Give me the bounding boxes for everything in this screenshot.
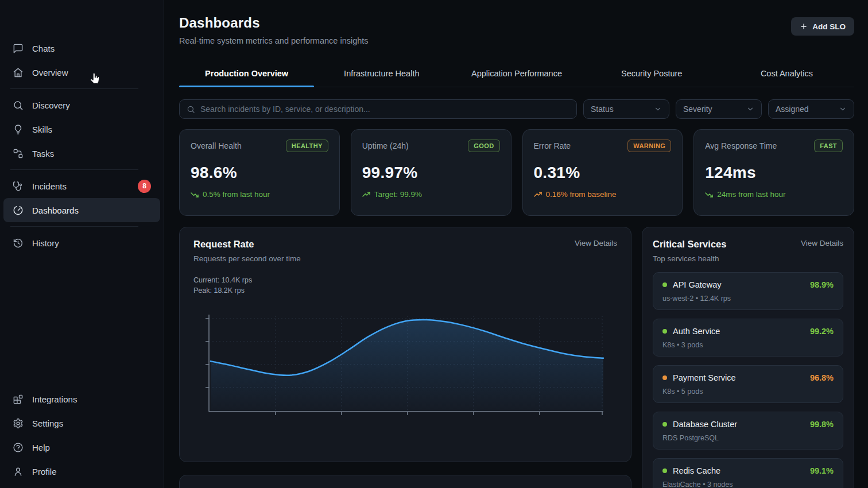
sidebar-item-discovery[interactable]: Discovery: [3, 93, 160, 117]
stethoscope-icon: [13, 181, 24, 192]
service-name: Redis Cache: [673, 466, 720, 475]
tab-infrastructure-health[interactable]: Infrastructure Health: [314, 62, 449, 87]
status-dot: [662, 422, 667, 427]
filter-row: Status Severity Assigned: [179, 99, 854, 119]
service-health-value: 96.8%: [810, 373, 834, 382]
chevron-down-icon: [746, 105, 754, 113]
service-row-redis-cache[interactable]: Redis Cache 99.1% ElastiCache • 3 nodes: [653, 458, 843, 488]
service-row-payment-service[interactable]: Payment Service 96.8% K8s • 5 pods: [653, 365, 843, 403]
sidebar-item-settings[interactable]: Settings: [3, 411, 160, 435]
page-title: Dashboards: [179, 15, 369, 31]
search-icon: [13, 100, 24, 111]
error-rate-trends-panel: Error Rate Trends View Details: [179, 475, 631, 488]
status-filter[interactable]: Status: [583, 99, 669, 119]
metric-value: 0.31%: [534, 164, 672, 182]
metric-label: Error Rate: [534, 141, 571, 150]
page-header: Dashboards Real-time system metrics and …: [179, 15, 854, 45]
metric-value: 99.97%: [362, 164, 500, 182]
chevron-down-icon: [654, 105, 662, 113]
sidebar-item-label: Integrations: [32, 394, 151, 404]
view-details-link[interactable]: View Details: [801, 239, 843, 247]
help-icon: [13, 442, 24, 453]
blocks-icon: [13, 394, 24, 405]
status-badge: WARNING: [627, 140, 671, 152]
service-name: Auth Service: [673, 327, 720, 336]
request-rate-chart: [200, 310, 606, 420]
service-row-api-gateway[interactable]: API Gateway 98.9% us-west-2 • 12.4K rps: [653, 272, 843, 310]
incidents-count-badge: 8: [138, 180, 151, 193]
status-dot: [662, 375, 667, 380]
user-icon: [13, 466, 24, 477]
sidebar-item-label: Dashboards: [32, 206, 151, 215]
app-root: Chats Overview Discovery Skills Ta: [0, 0, 868, 488]
sidebar-item-history[interactable]: History: [3, 231, 160, 255]
trending-up-icon: [362, 191, 370, 199]
sidebar-item-skills[interactable]: Skills: [3, 117, 160, 141]
chart-area-fill: [211, 320, 603, 412]
sidebar-item-profile[interactable]: Profile: [3, 459, 160, 483]
history-icon: [13, 238, 24, 249]
trending-up-icon: [534, 191, 542, 199]
current-rps-label: Current: 10.4K rps: [193, 275, 617, 285]
sidebar-divider: [10, 88, 138, 89]
service-health-value: 98.9%: [810, 280, 834, 289]
sidebar-item-dashboards[interactable]: Dashboards: [3, 198, 160, 222]
service-name: API Gateway: [673, 280, 722, 289]
metric-card-overall-health: Overall Health HEALTHY 98.6% 0.5% from l…: [179, 129, 340, 216]
sidebar-item-label: Discovery: [32, 100, 151, 110]
status-badge: FAST: [814, 140, 843, 152]
home-icon: [13, 67, 24, 78]
service-name: Payment Service: [673, 373, 736, 382]
sidebar-item-chats[interactable]: Chats: [3, 36, 160, 60]
sidebar-item-label: Tasks: [32, 149, 151, 158]
metric-label: Avg Response Time: [705, 141, 777, 150]
critical-services-panel: Critical Services Top services health Vi…: [642, 227, 854, 488]
severity-filter[interactable]: Severity: [676, 99, 762, 119]
service-list: API Gateway 98.9% us-west-2 • 12.4K rps …: [653, 272, 843, 488]
metric-card-error-rate: Error Rate WARNING 0.31% 0.16% from base…: [522, 129, 683, 216]
sidebar-item-label: Chats: [32, 44, 151, 53]
trending-down-icon: [705, 191, 713, 199]
tab-application-performance[interactable]: Application Performance: [449, 62, 584, 87]
service-meta: us-west-2 • 12.4K rps: [662, 295, 834, 303]
service-health-value: 99.2%: [810, 327, 834, 336]
service-health-value: 99.8%: [810, 420, 834, 429]
assigned-filter[interactable]: Assigned: [768, 99, 854, 119]
metric-cards: Overall Health HEALTHY 98.6% 0.5% from l…: [179, 129, 854, 216]
add-slo-button[interactable]: Add SLO: [791, 17, 854, 36]
sidebar-item-label: Skills: [32, 125, 151, 134]
sidebar-item-tasks[interactable]: Tasks: [3, 141, 160, 165]
chat-icon: [13, 43, 24, 54]
tab-production-overview[interactable]: Production Overview: [179, 62, 314, 87]
sidebar-item-overview[interactable]: Overview: [3, 60, 160, 84]
status-dot: [662, 329, 667, 334]
search-icon: [187, 105, 195, 114]
sidebar-divider: [10, 169, 138, 170]
sidebar-item-incidents[interactable]: Incidents 8: [3, 174, 160, 198]
metric-trend: 24ms from last hour: [705, 190, 843, 199]
sidebar-item-label: Incidents: [32, 181, 129, 191]
plus-icon: [800, 22, 808, 30]
panel-title: Critical Services: [653, 239, 726, 250]
sidebar-divider: [10, 226, 138, 227]
sidebar-spacer: [0, 255, 164, 387]
gear-icon: [13, 418, 24, 429]
view-details-link[interactable]: View Details: [575, 239, 617, 247]
sidebar-item-label: History: [32, 238, 151, 248]
search-input[interactable]: [200, 104, 569, 114]
service-row-database-cluster[interactable]: Database Cluster 99.8% RDS PostgreSQL: [653, 412, 843, 450]
lightbulb-icon: [13, 124, 24, 135]
tab-security-posture[interactable]: Security Posture: [584, 62, 719, 87]
request-rate-panel: Request Rate Requests per second over ti…: [179, 227, 631, 462]
service-meta: K8s • 3 pods: [662, 341, 834, 349]
peak-rps-label: Peak: 18.2K rps: [193, 285, 617, 296]
service-row-auth-service[interactable]: Auth Service 99.2% K8s • 3 pods: [653, 319, 843, 357]
service-name: Database Cluster: [673, 420, 737, 429]
tab-cost-analytics[interactable]: Cost Analytics: [719, 62, 854, 87]
workflow-icon: [13, 148, 24, 159]
panel-subtitle: Requests per second over time: [193, 254, 301, 263]
sidebar-item-help[interactable]: Help: [3, 435, 160, 459]
sidebar-item-integrations[interactable]: Integrations: [3, 387, 160, 411]
status-badge: GOOD: [468, 140, 499, 152]
metric-card-response-time: Avg Response Time FAST 124ms 24ms from l…: [693, 129, 854, 216]
